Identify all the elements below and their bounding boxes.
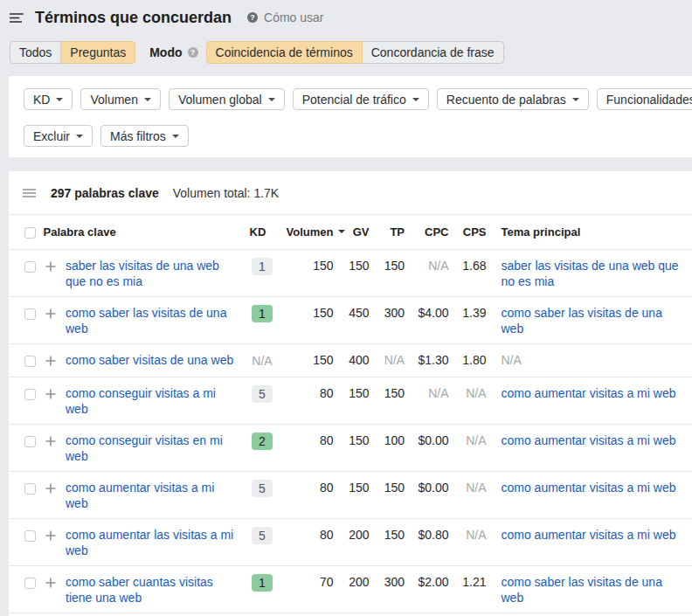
- mode-concordancia-de-frase[interactable]: Concordancia de frase: [362, 41, 504, 64]
- keyword-cell: como saber visitas de una web: [64, 343, 240, 377]
- table-row: como conseguir visitas a mi web 5 80 150…: [9, 377, 692, 424]
- keyword-link[interactable]: como saber las visitas de una web: [66, 306, 226, 336]
- row-checkbox[interactable]: [24, 308, 36, 320]
- filter-kd[interactable]: KD: [24, 88, 73, 110]
- volume-cell: 80: [281, 424, 334, 471]
- volume-cell: 150: [281, 343, 334, 377]
- keyword-link[interactable]: como aumentar las visitas a mi web: [66, 528, 233, 557]
- kd-badge: 5: [252, 385, 273, 403]
- topic-link[interactable]: saber las visitas de una web que no es m…: [502, 259, 679, 288]
- row-checkbox[interactable]: [24, 389, 36, 400]
- tab-todos[interactable]: Todos: [10, 41, 61, 64]
- checkbox-cell: [9, 471, 45, 518]
- table-body: saber las visitas de una web que no es m…: [9, 249, 692, 613]
- reorder-icon[interactable]: [23, 189, 36, 197]
- keyword-link[interactable]: como saber visitas de una web: [66, 353, 233, 367]
- add-cell: [45, 296, 64, 343]
- add-cell: [45, 343, 64, 377]
- row-checkbox[interactable]: [24, 356, 36, 367]
- kd-badge: N/A: [252, 352, 273, 370]
- topic-link[interactable]: como aumentar visitas a mi web: [502, 528, 676, 542]
- keyword-link[interactable]: saber las visitas de una web que no es m…: [66, 259, 219, 288]
- column-header-tp[interactable]: TP: [370, 215, 405, 249]
- filter-volumen[interactable]: Volumen: [80, 88, 160, 110]
- keyword-link[interactable]: como aumentar visitas a mi web: [66, 481, 214, 510]
- column-header-cps[interactable]: CPS: [449, 215, 487, 249]
- add-keyword-icon[interactable]: [45, 261, 56, 272]
- tp-cell: 150: [370, 249, 405, 296]
- column-header-keyword[interactable]: Palabra clave: [44, 215, 239, 249]
- tab-preguntas[interactable]: Preguntas: [60, 41, 135, 64]
- tp-cell: N/A: [370, 343, 405, 377]
- filter-excluir[interactable]: Excluir: [24, 125, 93, 147]
- cpc-cell: $0.80: [405, 518, 449, 565]
- tp-cell: 300: [370, 296, 405, 343]
- add-keyword-icon[interactable]: [45, 356, 56, 366]
- keyword-link[interactable]: como saber cuantas visitas tiene una web: [66, 575, 213, 605]
- checkbox-cell: [9, 296, 45, 343]
- add-keyword-icon[interactable]: [45, 389, 56, 399]
- column-header-kd[interactable]: KD: [240, 215, 281, 249]
- chevron-down-icon: [144, 98, 151, 101]
- add-keyword-icon[interactable]: [45, 530, 56, 541]
- filter-funcionalidades[interactable]: Funcionalidades: [597, 88, 692, 110]
- filter-recuento-de-palabras[interactable]: Recuento de palabras: [437, 88, 589, 110]
- tp-cell: 100: [370, 424, 405, 471]
- column-header-topic[interactable]: Tema principal: [487, 215, 692, 249]
- topic-cell: N/A: [487, 343, 692, 377]
- keyword-link[interactable]: como conseguir visitas en mi web: [66, 433, 223, 463]
- column-header-cpc[interactable]: CPC: [405, 215, 449, 249]
- filter-button-label: Volumen: [90, 93, 137, 107]
- kd-cell: 5: [240, 518, 281, 565]
- cpc-cell: N/A: [405, 377, 449, 424]
- table-row: como saber las visitas de una web 1 150 …: [9, 296, 692, 343]
- topic-link[interactable]: N/A: [502, 353, 522, 367]
- checkbox-cell: [9, 424, 45, 471]
- help-icon[interactable]: ?: [247, 12, 258, 23]
- topic-link[interactable]: como aumentar visitas a mi web: [502, 481, 676, 495]
- filter-m-s-filtros[interactable]: Más filtros: [100, 125, 189, 147]
- topic-link[interactable]: como aumentar visitas a mi web: [502, 433, 676, 447]
- row-checkbox[interactable]: [24, 436, 36, 447]
- mode-coincidencia-de-t-rminos[interactable]: Coincidencia de términos: [206, 41, 363, 64]
- keyword-cell: como saber cuantas visitas tiene una web: [64, 565, 240, 613]
- topic-link[interactable]: como aumentar visitas a mi web: [502, 386, 676, 400]
- kd-badge: 1: [252, 258, 273, 275]
- volume-cell: 150: [281, 249, 334, 296]
- filter-volumen-global[interactable]: Volumen global: [169, 88, 285, 110]
- row-checkbox[interactable]: [24, 261, 36, 273]
- row-checkbox[interactable]: [24, 483, 36, 495]
- add-cell: [45, 377, 64, 424]
- kd-cell: 1: [240, 296, 281, 343]
- filter-potencial-de-tr-fico[interactable]: Potencial de tráfico: [293, 88, 429, 110]
- add-keyword-icon[interactable]: [45, 483, 56, 494]
- keyword-link[interactable]: como conseguir visitas a mi web: [66, 386, 216, 416]
- row-checkbox[interactable]: [24, 578, 36, 589]
- checkbox-cell: [9, 565, 45, 613]
- table-row: como conseguir visitas en mi web 2 80 15…: [9, 424, 692, 471]
- column-header-volume[interactable]: Volumen: [281, 215, 334, 249]
- row-checkbox[interactable]: [24, 530, 36, 542]
- topic-link[interactable]: como saber las visitas de una web: [502, 575, 662, 605]
- cps-cell: N/A: [449, 518, 487, 565]
- keyword-cell: saber las visitas de una web que no es m…: [64, 249, 240, 296]
- checkbox-cell: [9, 518, 45, 565]
- add-keyword-icon[interactable]: [45, 436, 56, 446]
- add-cell: [45, 565, 64, 613]
- topic-cell: como saber las visitas de una web: [487, 296, 692, 343]
- gv-cell: 150: [334, 249, 370, 296]
- chevron-down-icon: [172, 135, 179, 138]
- app-menu-icon[interactable]: [10, 13, 24, 23]
- keyword-cell: como conseguir visitas en mi web: [64, 424, 240, 471]
- filters-panel: KDVolumenVolumen globalPotencial de tráf…: [9, 76, 692, 157]
- topic-link[interactable]: como saber las visitas de una web: [502, 306, 662, 336]
- select-all-checkbox[interactable]: [24, 227, 36, 239]
- filter-button-label: Excluir: [33, 129, 70, 143]
- kd-badge: 5: [252, 480, 273, 497]
- add-keyword-icon[interactable]: [45, 578, 56, 588]
- filters-row-2: ExcluirMás filtros: [24, 125, 692, 147]
- table-row: como aumentar las visitas a mi web 5 80 …: [9, 518, 692, 565]
- add-keyword-icon[interactable]: [45, 308, 56, 319]
- mode-help-icon[interactable]: ?: [188, 47, 198, 58]
- how-to-use-link[interactable]: Cómo usar: [264, 10, 323, 24]
